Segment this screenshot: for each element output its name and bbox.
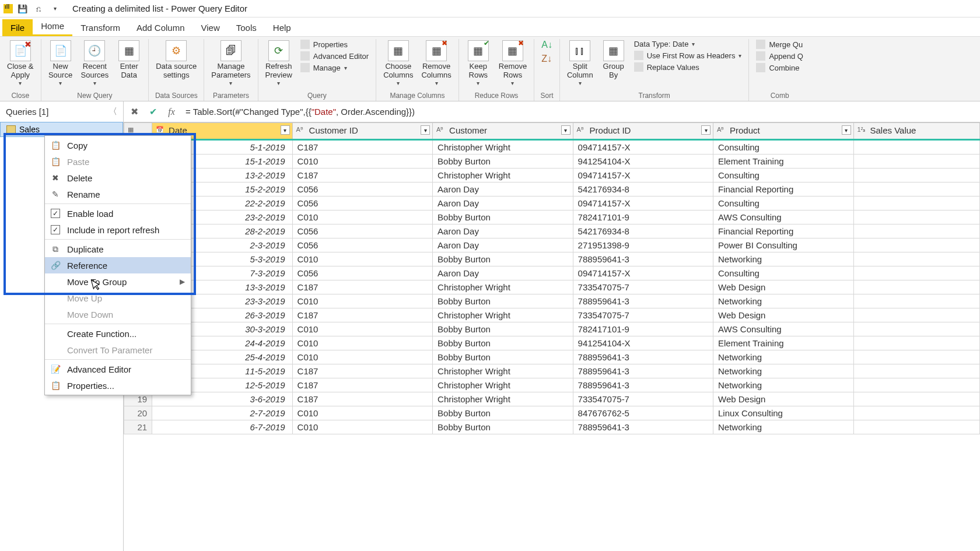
col-product-id[interactable]: AᴮProduct ID▾: [573, 123, 713, 140]
cm-move-to-group[interactable]: Move To Group▶: [45, 273, 191, 290]
cm-reference[interactable]: 🔗Reference: [45, 257, 191, 273]
col-product[interactable]: AᴮProduct▾: [713, 123, 853, 140]
table-row[interactable]: 30-3-2019C010Bobby Burton782417101-9AWS …: [124, 322, 980, 336]
data-source-settings-button[interactable]: ⚙Data source settings: [153, 39, 199, 81]
group-close-label: Close: [5, 90, 36, 101]
col-customer[interactable]: AᴮCustomer▾: [433, 123, 573, 140]
group-parameters: 🗐Manage Parameters▾ Parameters: [204, 39, 258, 101]
tab-view[interactable]: View: [193, 19, 228, 36]
combine-files-button[interactable]: Combine: [754, 62, 806, 73]
sort-asc-button[interactable]: A↓: [539, 39, 555, 51]
table-row[interactable]: 23-2-2019C010Bobby Burton782417101-9AWS …: [124, 210, 980, 224]
table-row[interactable]: 13-3-2019C187Christopher Wright733547075…: [124, 280, 980, 294]
collapse-chevron-icon[interactable]: 〈: [108, 106, 117, 117]
formula-cancel-icon[interactable]: ✖: [127, 105, 141, 119]
customer-cell: Christopher Wright: [433, 308, 573, 322]
cm-enable-load[interactable]: ✓Enable load: [45, 205, 191, 222]
recent-sources-label: Recent Sources: [81, 62, 109, 80]
tab-home[interactable]: Home: [33, 17, 72, 36]
queries-header[interactable]: Queries [1] 〈: [0, 101, 123, 122]
group-by-button[interactable]: ▦Group By: [599, 39, 628, 81]
filter-dropdown-icon[interactable]: ▾: [421, 125, 430, 135]
table-row[interactable]: 193-6-2019C187Christopher Wright73354707…: [124, 392, 980, 406]
new-source-button[interactable]: 📄New Source▾: [46, 39, 75, 87]
table-row[interactable]: 26-3-2019C187Christopher Wright733547075…: [124, 308, 980, 322]
remove-columns-button[interactable]: ▦✖Remove Columns▾: [419, 39, 453, 87]
table-row[interactable]: 7-3-2019C056Aaron Day094714157-XConsulti…: [124, 266, 980, 280]
tab-transform[interactable]: Transform: [72, 19, 128, 36]
first-row-headers-button[interactable]: Use First Row as Headers ▾: [632, 50, 744, 61]
merge-queries-button[interactable]: Merge Qu: [754, 39, 806, 50]
product-id-cell: 782417101-9: [573, 210, 713, 224]
table-row[interactable]: 5-1-2019C187Christopher Wright094714157-…: [124, 140, 980, 155]
product-id-cell: 788959641-3: [573, 378, 713, 392]
cm-duplicate[interactable]: ⧉Duplicate: [45, 241, 191, 257]
filter-dropdown-icon[interactable]: ▾: [842, 125, 851, 135]
filter-dropdown-icon[interactable]: ▾: [281, 125, 290, 135]
qat-customize-icon[interactable]: ▾: [48, 2, 62, 16]
enter-data-button[interactable]: ▦Enter Data: [114, 39, 144, 81]
remove-rows-button[interactable]: ▦✖Remove Rows▾: [496, 39, 529, 87]
table-row[interactable]: 24-4-2019C010Bobby Burton941254104-XElem…: [124, 336, 980, 350]
formula-fx-icon[interactable]: fx: [164, 105, 178, 119]
product-id-cell: 733547075-7: [573, 392, 713, 406]
filter-dropdown-icon[interactable]: ▾: [701, 125, 710, 135]
refresh-preview-button[interactable]: ⟳Refresh Preview▾: [263, 39, 295, 87]
text-type-icon: Aᴮ: [577, 126, 587, 136]
qat-save-icon[interactable]: 💾: [15, 2, 29, 16]
advanced-editor-button[interactable]: Advanced Editor: [298, 51, 371, 61]
group-query-label: Query: [263, 90, 372, 101]
tab-tools[interactable]: Tools: [228, 19, 265, 36]
customer-id-cell: C010: [292, 406, 432, 420]
cm-copy[interactable]: 📋Copy: [45, 137, 191, 153]
cm-delete[interactable]: ✖Delete: [45, 170, 191, 186]
choose-columns-button[interactable]: ▦Choose Columns▾: [381, 39, 415, 87]
filter-dropdown-icon[interactable]: ▾: [561, 125, 570, 135]
cm-include-refresh[interactable]: ✓Include in report refresh: [45, 222, 191, 238]
data-type-button[interactable]: Data Type: Date ▾: [632, 39, 744, 49]
sales-value-cell: [853, 280, 979, 294]
table-row[interactable]: 23-3-2019C010Bobby Burton788959641-3Netw…: [124, 294, 980, 308]
tab-file[interactable]: File: [2, 19, 33, 36]
table-row[interactable]: 5-3-2019C010Bobby Burton788959641-3Netwo…: [124, 252, 980, 266]
qat-undo-icon[interactable]: ⎌: [32, 2, 46, 16]
group-by-label: Group By: [603, 62, 624, 80]
product-cell: Networking: [713, 252, 853, 266]
table-row[interactable]: 2-3-2019C056Aaron Day271951398-9Power BI…: [124, 238, 980, 252]
table-row[interactable]: 11-5-2019C187Christopher Wright788959641…: [124, 364, 980, 378]
data-table-scroll[interactable]: ▦ 📅Date▾ AᴮCustomer ID▾ AᴮCustomer▾ AᴮPr…: [124, 122, 980, 551]
table-row[interactable]: 1812-5-2019C187Christopher Wright7889596…: [124, 378, 980, 392]
col-sales-value[interactable]: 1²₃Sales Value: [853, 123, 979, 140]
table-row[interactable]: 15-1-2019C010Bobby Burton941254104-XElem…: [124, 155, 980, 169]
recent-sources-button[interactable]: 🕘Recent Sources▾: [79, 39, 111, 87]
cm-create-function[interactable]: Create Function...: [45, 325, 191, 342]
close-apply-button[interactable]: 📄 Close & Apply▾: [5, 39, 36, 87]
properties-button[interactable]: Properties: [298, 39, 371, 50]
tab-help[interactable]: Help: [265, 19, 299, 36]
formula-input[interactable]: = Table.Sort(#"Changed Type",{{"Date", O…: [183, 106, 977, 118]
table-row[interactable]: 13-2-2019C187Christopher Wright094714157…: [124, 169, 980, 183]
cm-advanced-editor[interactable]: 📝Advanced Editor: [45, 361, 191, 377]
table-row[interactable]: 202-7-2019C010Bobby Burton847676762-5Lin…: [124, 406, 980, 420]
manage-button[interactable]: Manage ▾: [298, 62, 371, 73]
split-column-button[interactable]: ⫿⫿Split Column▾: [565, 39, 596, 87]
table-row[interactable]: 28-2-2019C056Aaron Day542176934-8Financi…: [124, 224, 980, 238]
col-customer-id[interactable]: AᴮCustomer ID▾: [292, 123, 432, 140]
table-row[interactable]: 25-4-2019C010Bobby Burton788959641-3Netw…: [124, 350, 980, 364]
customer-cell: Christopher Wright: [433, 392, 573, 406]
sort-desc-button[interactable]: Z↓: [539, 53, 555, 65]
formula-accept-icon[interactable]: ✔: [146, 105, 160, 119]
customer-id-cell: C056: [292, 224, 432, 238]
cm-rename[interactable]: ✎Rename: [45, 186, 191, 202]
table-row[interactable]: 216-7-2019C010Bobby Burton788959641-3Net…: [124, 420, 980, 434]
customer-id-cell: C010: [292, 420, 432, 434]
manage-parameters-button[interactable]: 🗐Manage Parameters▾: [209, 39, 253, 87]
append-queries-button[interactable]: Append Q: [754, 51, 806, 61]
table-row[interactable]: 22-2-2019C056Aaron Day094714157-XConsult…: [124, 196, 980, 210]
cm-properties[interactable]: 📋Properties...: [45, 377, 191, 394]
keep-rows-button[interactable]: ▦✔Keep Rows▾: [464, 39, 493, 87]
cm-paste-label: Paste: [67, 157, 89, 167]
replace-values-button[interactable]: Replace Values: [632, 62, 744, 72]
tab-add-column[interactable]: Add Column: [128, 19, 193, 36]
table-row[interactable]: 15-2-2019C056Aaron Day542176934-8Financi…: [124, 183, 980, 196]
